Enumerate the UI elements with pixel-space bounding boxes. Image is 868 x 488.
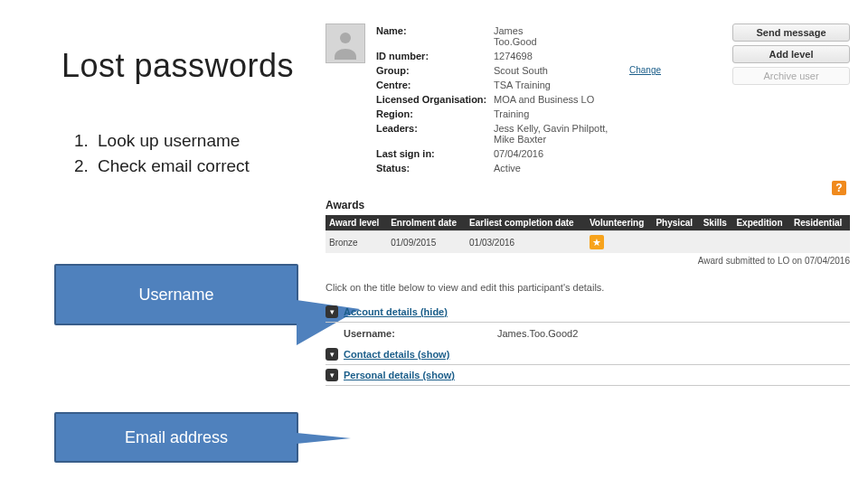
star-icon[interactable]: ★ [590, 235, 604, 249]
award-volunteering-cell: ★ [586, 231, 653, 254]
username-value: James.Too.Good2 [497, 328, 578, 339]
profile-actions: Send message Add level Archive user [732, 23, 850, 175]
send-message-button[interactable]: Send message [732, 23, 850, 42]
callout-username-label: Username [138, 286, 213, 305]
award-level-cell: Bronze [326, 231, 387, 254]
step-text: Check email correct [98, 156, 250, 176]
details-accordion: ▾ Account details (hide) Username: James… [326, 302, 850, 386]
step-number: 2. [74, 156, 98, 176]
org-label: Licensed Organisation: [376, 94, 494, 105]
avatar [326, 23, 365, 63]
awards-row-bronze: Bronze 01/09/2015 01/03/2016 ★ [326, 231, 850, 254]
contact-details-toggle[interactable]: ▾ Contact details (show) [326, 344, 850, 365]
group-label: Group: [376, 65, 494, 76]
region-label: Region: [376, 108, 494, 119]
name-value: James Too.Good [494, 25, 629, 47]
centre-label: Centre: [376, 80, 494, 90]
chevron-down-icon: ▾ [326, 305, 338, 318]
region-value: Training [494, 108, 629, 119]
account-details-title: Account details (hide) [344, 306, 448, 317]
name-label: Name: [376, 25, 494, 47]
add-level-button[interactable]: Add level [732, 45, 850, 63]
callout-username: Username [54, 264, 298, 325]
personal-details-toggle[interactable]: ▾ Personal details (show) [326, 365, 850, 386]
change-group-link[interactable]: Change [629, 65, 661, 76]
awards-table: Award level Enrolment date Earliest comp… [326, 215, 850, 253]
chevron-down-icon: ▾ [326, 369, 338, 381]
award-skills-cell [700, 231, 733, 254]
awards-col-residential: Residential [790, 215, 850, 231]
account-details-body: Username: James.Too.Good2 [326, 323, 850, 344]
id-label: ID number: [376, 51, 494, 61]
username-label: Username: [344, 328, 497, 339]
awards-col-expedition: Expedition [732, 215, 790, 231]
callout-email: Email address [54, 412, 298, 463]
award-completion-cell: 01/03/2016 [466, 231, 586, 254]
awards-heading: Awards [326, 199, 850, 211]
slide-title: Lost passwords [61, 47, 294, 85]
help-icon[interactable]: ? [832, 181, 846, 195]
personal-details-title: Personal details (show) [344, 370, 455, 380]
callout-email-label: Email address [125, 428, 228, 447]
id-value: 1274698 [494, 51, 629, 61]
avatar-icon [329, 27, 362, 60]
svg-point-0 [340, 33, 351, 43]
signin-value: 07/04/2016 [494, 148, 629, 159]
slide-column: Lost passwords 1. Look up username 2. Ch… [0, 0, 316, 488]
leaders-value: Jess Kelly, Gavin Philpott, Mike Baxter [494, 123, 629, 145]
awards-col-enrolment: Enrolment date [387, 215, 466, 231]
slide-step-1: 1. Look up username [74, 131, 250, 151]
award-enrolment-cell: 01/09/2015 [387, 231, 466, 254]
leaders-label: Leaders: [376, 123, 494, 145]
awards-col-skills: Skills [700, 215, 733, 231]
awards-col-completion: Earliest completion date [466, 215, 586, 231]
group-value: Scout South [494, 65, 629, 76]
slide-step-2: 2. Check email correct [74, 156, 250, 176]
chevron-down-icon: ▾ [326, 348, 338, 361]
awards-col-physical: Physical [652, 215, 699, 231]
archive-user-button[interactable]: Archive user [732, 67, 850, 85]
org-value: MOA and Business LO [494, 94, 629, 105]
status-value: Active [494, 163, 629, 174]
profile-fields: Name:James Too.Good ID number:1274698 Gr… [376, 23, 732, 175]
award-physical-cell [652, 231, 699, 254]
slide-steps: 1. Look up username 2. Check email corre… [74, 131, 250, 182]
account-details-toggle[interactable]: ▾ Account details (hide) [326, 302, 850, 323]
contact-details-title: Contact details (show) [344, 349, 449, 360]
step-text: Look up username [98, 131, 240, 151]
awards-col-volunteering: Volunteering [586, 215, 653, 231]
award-residential-cell [790, 231, 850, 254]
step-number: 1. [74, 131, 98, 151]
award-expedition-cell [732, 231, 790, 254]
centre-value: TSA Training [494, 80, 629, 90]
user-profile-panel: Name:James Too.Good ID number:1274698 Gr… [326, 23, 850, 386]
signin-label: Last sign in: [376, 148, 494, 159]
edit-hint: Click on the title below to view and edi… [326, 282, 850, 293]
awards-col-level: Award level [326, 215, 387, 231]
award-submitted-note: Award submitted to LO on 07/04/2016 [326, 256, 850, 266]
status-label: Status: [376, 163, 494, 174]
